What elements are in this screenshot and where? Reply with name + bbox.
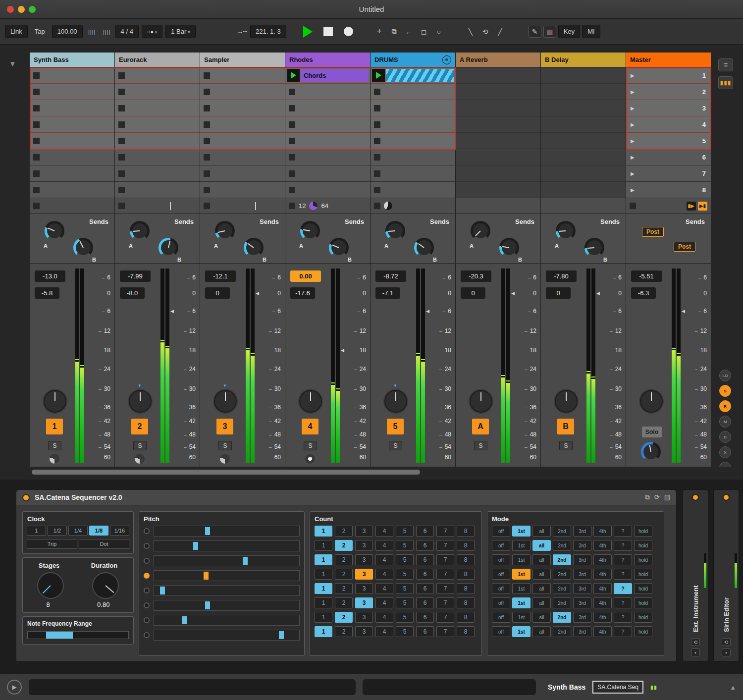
count-button-1[interactable]: 1 bbox=[315, 626, 332, 637]
gain-value[interactable]: 0 bbox=[546, 287, 571, 299]
mode-button-2nd[interactable]: 2nd bbox=[553, 554, 571, 565]
gain-value[interactable]: -8.0 bbox=[120, 287, 145, 299]
clip-stop-button[interactable] bbox=[118, 154, 125, 161]
volume-value[interactable]: -8.72 bbox=[375, 270, 406, 282]
monitor-button[interactable] bbox=[50, 454, 59, 464]
tap-button[interactable]: Tap bbox=[31, 25, 49, 38]
mode-button-hold[interactable]: hold bbox=[634, 626, 652, 637]
mode-button-4th[interactable]: 4th bbox=[593, 569, 612, 580]
clip-slot[interactable] bbox=[115, 67, 200, 84]
solo-button[interactable]: S bbox=[304, 441, 317, 450]
mode-button-3rd[interactable]: 3rd bbox=[573, 612, 591, 623]
mode-button-3rd[interactable]: 3rd bbox=[573, 526, 591, 537]
clip-stop-button[interactable] bbox=[118, 138, 125, 144]
stop-all-clips-button[interactable] bbox=[204, 203, 210, 209]
scene-launch-button[interactable] bbox=[631, 122, 635, 127]
mode-button-hold[interactable]: hold bbox=[634, 597, 652, 608]
clip-slot[interactable] bbox=[285, 149, 370, 165]
pitch-slider-handle[interactable] bbox=[205, 601, 210, 609]
clip-stop-button[interactable] bbox=[204, 105, 210, 111]
clip-stop-button[interactable] bbox=[204, 154, 210, 161]
cue-volume-knob[interactable] bbox=[641, 442, 661, 462]
track-header[interactable]: Rhodes bbox=[285, 53, 370, 67]
mode-button-3rd[interactable]: 3rd bbox=[573, 554, 591, 565]
draw-mode-icon[interactable] bbox=[529, 26, 541, 38]
mode-button-all[interactable]: all bbox=[532, 626, 551, 637]
count-button-2[interactable]: 2 bbox=[335, 526, 353, 537]
mode-button-4th[interactable]: 4th bbox=[593, 626, 612, 637]
count-button-4[interactable]: 4 bbox=[375, 554, 393, 565]
mode-button-off[interactable]: off bbox=[492, 540, 510, 551]
close-button[interactable] bbox=[7, 6, 14, 13]
clip-stop-button[interactable] bbox=[374, 170, 380, 177]
overdub-icon[interactable] bbox=[388, 26, 401, 38]
device-sync-icon[interactable]: ⟳ bbox=[654, 493, 660, 501]
volume-value[interactable]: -5.51 bbox=[631, 270, 662, 282]
count-button-2[interactable]: 2 bbox=[335, 554, 353, 565]
mode-button-hold[interactable]: hold bbox=[634, 540, 652, 551]
clip-slot[interactable] bbox=[456, 182, 540, 198]
clip-slot[interactable] bbox=[200, 182, 285, 198]
mode-button-hold[interactable]: hold bbox=[634, 526, 652, 537]
clip-slot[interactable] bbox=[115, 84, 200, 100]
pitch-slider[interactable] bbox=[154, 600, 300, 611]
count-button-3[interactable]: 3 bbox=[355, 612, 373, 623]
pitch-stage-radio[interactable] bbox=[144, 632, 150, 638]
send-b-knob[interactable]: B bbox=[584, 238, 604, 258]
pitch-stage-radio[interactable] bbox=[144, 617, 150, 623]
clip-stop-button[interactable] bbox=[289, 121, 295, 128]
clip-slot[interactable] bbox=[541, 165, 626, 182]
clip-slot[interactable] bbox=[285, 100, 370, 116]
clock-division-1[interactable]: 1 bbox=[27, 526, 46, 536]
scene-launch-button[interactable] bbox=[631, 171, 635, 176]
gain-value[interactable]: 0 bbox=[205, 287, 230, 299]
gain-value[interactable]: -5.8 bbox=[35, 287, 59, 299]
mode-button-1st[interactable]: 1st bbox=[512, 626, 531, 637]
clip-slot[interactable] bbox=[541, 149, 626, 165]
nudge-up-icon[interactable] bbox=[101, 26, 113, 38]
mode-button-3rd[interactable]: 3rd bbox=[573, 569, 591, 580]
count-button-5[interactable]: 5 bbox=[396, 540, 414, 551]
clip-slot[interactable] bbox=[30, 182, 114, 198]
count-button-3[interactable]: 3 bbox=[355, 597, 373, 608]
pitch-stage-radio[interactable] bbox=[144, 588, 150, 593]
count-button-1[interactable]: 1 bbox=[315, 554, 332, 565]
clip-stop-button[interactable] bbox=[118, 121, 125, 128]
mode-button-3rd[interactable]: 3rd bbox=[573, 540, 591, 551]
overview-menu-icon[interactable]: ≡ bbox=[718, 58, 733, 71]
loop-icon[interactable] bbox=[479, 26, 492, 38]
send-a-knob[interactable]: A bbox=[300, 221, 320, 241]
count-button-8[interactable]: 8 bbox=[457, 554, 475, 565]
volume-value[interactable]: -13.0 bbox=[35, 270, 65, 282]
send-a-knob[interactable]: A bbox=[385, 221, 405, 241]
mode-button-off[interactable]: off bbox=[492, 626, 510, 637]
device-window-icon[interactable]: ⧉ bbox=[645, 493, 650, 501]
clip-stop-button[interactable] bbox=[289, 187, 295, 193]
clip-stop-button[interactable] bbox=[33, 105, 40, 111]
clip-slot[interactable] bbox=[456, 165, 540, 182]
mode-button-off[interactable]: off bbox=[492, 569, 510, 580]
volume-value[interactable]: -7.99 bbox=[120, 270, 151, 282]
clip-slot[interactable] bbox=[456, 149, 540, 165]
mode-button-3rd[interactable]: 3rd bbox=[573, 583, 591, 594]
mode-button-random[interactable]: ? bbox=[614, 612, 632, 623]
clip-slot[interactable] bbox=[115, 100, 200, 116]
quantization-menu[interactable]: 1 Bar bbox=[165, 25, 196, 38]
count-button-5[interactable]: 5 bbox=[396, 626, 414, 637]
metronome-toggle[interactable] bbox=[142, 25, 162, 38]
send-a-knob[interactable]: A bbox=[215, 221, 235, 241]
pitch-stage-radio[interactable] bbox=[144, 528, 150, 534]
device-chip[interactable]: SA.Catena Seq bbox=[592, 681, 643, 694]
count-button-2[interactable]: 2 bbox=[335, 626, 353, 637]
pitch-stage-radio[interactable] bbox=[144, 543, 150, 549]
device-on-button[interactable] bbox=[723, 494, 730, 501]
pitch-slider[interactable] bbox=[154, 555, 300, 566]
mode-button-all[interactable]: all bbox=[532, 526, 551, 537]
mode-button-2nd[interactable]: 2nd bbox=[553, 626, 571, 637]
track-header[interactable]: Eurorack bbox=[115, 53, 200, 67]
mode-button-1st[interactable]: 1st bbox=[512, 526, 531, 537]
clip-slot[interactable] bbox=[456, 100, 540, 116]
count-button-5[interactable]: 5 bbox=[396, 597, 414, 608]
stop-all-clips-button[interactable] bbox=[289, 203, 295, 209]
device-save-icon[interactable]: ▤ bbox=[664, 493, 670, 501]
